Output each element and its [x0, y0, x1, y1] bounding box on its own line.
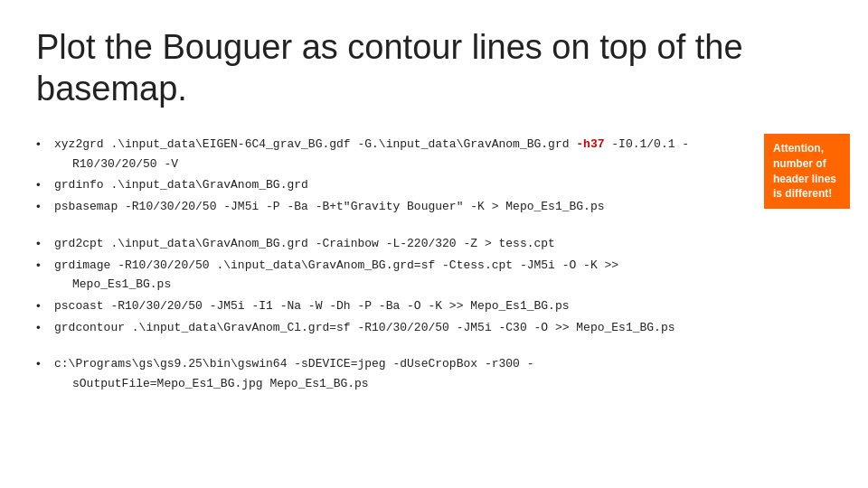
attention-line-4: is different! — [773, 187, 832, 200]
bullet-dot: • — [36, 296, 51, 316]
bullet-text-1-2: grdinfo .\input_data\GravAnom_BG.grd — [54, 175, 308, 194]
attention-line-1: Attention, — [773, 142, 824, 155]
bullet-item-2-2: • grdimage -R10/30/20/50 .\input_data\Gr… — [36, 256, 832, 295]
bullet-dot: • — [36, 175, 51, 195]
bullet-item-3-1: • c:\Programs\gs\gs9.25\bin\gswin64 -sDE… — [36, 354, 832, 393]
attention-line-3: header lines — [773, 173, 836, 185]
bullet-item-1-1: • xyz2grd .\input_data\EIGEN-6C4_grav_BG… — [36, 135, 832, 174]
page-container: Plot the Bouguer as contour lines on top… — [0, 0, 868, 488]
bullet-section-1: • xyz2grd .\input_data\EIGEN-6C4_grav_BG… — [36, 135, 832, 217]
bullet-section-2: • grd2cpt .\input_data\GravAnom_BG.grd -… — [36, 234, 832, 339]
bullet-dot: • — [36, 197, 51, 217]
bullet-text-1-1: xyz2grd .\input_data\EIGEN-6C4_grav_BG.g… — [54, 135, 689, 174]
bullet-item-2-3: • pscoast -R10/30/20/50 -JM5i -I1 -Na -W… — [36, 296, 832, 316]
bullet-item-1-3: • psbasemap -R10/30/20/50 -JM5i -P -Ba -… — [36, 197, 832, 217]
page-title: Plot the Bouguer as contour lines on top… — [36, 27, 832, 109]
highlight-h37: -h37 — [576, 137, 604, 151]
bullet-section-3: • c:\Programs\gs\gs9.25\bin\gswin64 -sDE… — [36, 354, 832, 393]
content-area: • xyz2grd .\input_data\EIGEN-6C4_grav_BG… — [36, 135, 832, 393]
bullet-text-2-2: grdimage -R10/30/20/50 .\input_data\Grav… — [54, 256, 618, 295]
bullet-dot: • — [36, 135, 51, 155]
bullet-dot: • — [36, 256, 51, 276]
attention-box: Attention, number of header lines is dif… — [764, 134, 850, 209]
bullet-dot: • — [36, 354, 51, 374]
bullet-text-2-1: grd2cpt .\input_data\GravAnom_BG.grd -Cr… — [54, 234, 555, 253]
bullet-dot: • — [36, 318, 51, 338]
bullet-text-1-3: psbasemap -R10/30/20/50 -JM5i -P -Ba -B+… — [54, 197, 605, 216]
bullet-text-2-4: grdcontour .\input_data\GravAnom_Cl.grd=… — [54, 318, 675, 337]
attention-line-2: number of — [773, 157, 826, 170]
bullet-text-3-1: c:\Programs\gs\gs9.25\bin\gswin64 -sDEVI… — [54, 354, 534, 393]
bullet-item-1-2: • grdinfo .\input_data\GravAnom_BG.grd — [36, 175, 832, 195]
bullet-item-2-4: • grdcontour .\input_data\GravAnom_Cl.gr… — [36, 318, 832, 338]
bullet-dot: • — [36, 234, 51, 254]
bullet-text-2-3: pscoast -R10/30/20/50 -JM5i -I1 -Na -W -… — [54, 296, 570, 315]
bullet-item-2-1: • grd2cpt .\input_data\GravAnom_BG.grd -… — [36, 234, 832, 254]
